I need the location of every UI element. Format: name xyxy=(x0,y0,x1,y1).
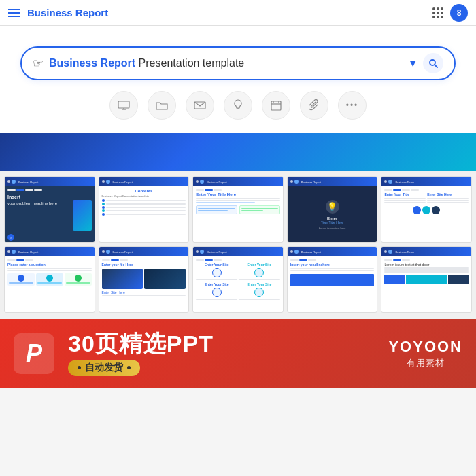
banner-brand: YOYOON xyxy=(388,338,462,356)
email-icon xyxy=(194,101,206,110)
slide-10-nav xyxy=(384,259,469,261)
slide-9-header: Business Report xyxy=(288,247,377,256)
gradient-banner xyxy=(0,133,476,171)
slide-2-item4 xyxy=(102,209,186,212)
slide-4-subtitle: Your Title Here xyxy=(321,220,343,224)
avatar[interactable]: 8 xyxy=(450,4,468,22)
slide-5-nav xyxy=(384,189,469,191)
slide-8-nav xyxy=(196,259,280,261)
slide-6[interactable]: Business Report Please enter a question xyxy=(4,246,95,313)
bottom-banner: P 30页精选PPT 自动发货 YOYOON 有用素材 xyxy=(0,319,476,388)
slide-8-header: Business Report xyxy=(193,247,283,256)
slide-4-text: Lorem ipsum text here xyxy=(319,226,346,230)
svg-rect-7 xyxy=(271,101,281,110)
slide-7-nav xyxy=(102,259,186,261)
slide-2-content: Contents Business Report Presentation te… xyxy=(99,186,189,219)
banner-brand-sub: 有用素材 xyxy=(388,357,462,369)
lightbulb-icon xyxy=(233,99,243,112)
slide-1-nav xyxy=(7,189,92,191)
bullet-left xyxy=(78,366,81,369)
icon-row: ••• xyxy=(20,91,456,120)
paperclip-button[interactable] xyxy=(300,91,328,120)
more-button[interactable]: ••• xyxy=(338,91,367,120)
filter-icon[interactable]: ▼ xyxy=(408,58,418,69)
banner-sub-inner: 自动发货 xyxy=(68,360,140,376)
slide-5[interactable]: Business Report Enter Your Title Enter S… xyxy=(381,176,472,243)
email-button[interactable] xyxy=(186,91,214,120)
svg-point-0 xyxy=(430,60,435,65)
slide-5-avatars xyxy=(384,206,469,214)
slide-1-arrow: › xyxy=(7,234,14,241)
slide-3-boxes xyxy=(196,205,280,214)
slide-9-content: Insert your headlinehere xyxy=(288,256,377,289)
slide-10[interactable]: Business Report Lorem ipsum text at that… xyxy=(381,246,472,313)
ppt-p-letter: P xyxy=(26,339,42,368)
slides-grid-row1: Business Report Insert your problem head… xyxy=(4,176,472,243)
folder-icon xyxy=(156,101,168,110)
slide-3-line1 xyxy=(196,198,280,199)
slide-5-columns: Enter Your Title Enter Site Here xyxy=(384,192,469,204)
slide-8-content: Enter Your Site Enter Your Site Enter Yo… xyxy=(193,256,283,303)
slide-3-line2 xyxy=(196,200,280,201)
slide-9[interactable]: Business Report Insert your headlinehere xyxy=(287,246,378,313)
header-right: 8 xyxy=(432,4,468,22)
slide-4-content: 💡 Enter Your Title Here Lorem ipsum text… xyxy=(288,186,377,243)
slide-2-item1 xyxy=(102,199,186,202)
slide-9-bar xyxy=(290,274,375,286)
banner-sub-label: 自动发货 xyxy=(85,362,123,374)
search-bar[interactable]: ☞ Business Report Presentation template … xyxy=(20,46,456,80)
search-blue-text: Business Report xyxy=(49,57,135,69)
search-button[interactable] xyxy=(423,53,443,73)
monitor-icon xyxy=(118,101,130,110)
slide-1[interactable]: Business Report Insert your problem head… xyxy=(4,176,95,243)
more-dots-icon: ••• xyxy=(346,101,359,110)
svg-line-1 xyxy=(435,65,438,68)
search-icons: ▼ xyxy=(408,53,443,73)
paperclip-icon xyxy=(309,99,319,112)
slide-7-header: Business Report xyxy=(99,247,189,256)
slide-2-header: Business Report xyxy=(99,177,189,186)
slide-3-content: Enter Your Title Here xyxy=(193,186,283,217)
slide-6-nav xyxy=(7,259,92,261)
slide-10-bars xyxy=(384,275,469,284)
slide-1-image xyxy=(73,200,92,231)
slide-5-header: Business Report xyxy=(381,177,471,186)
menu-icon[interactable] xyxy=(8,9,20,17)
banner-sub-text: 自动发货 xyxy=(68,360,375,376)
bullet-right xyxy=(127,366,131,369)
slide-6-cards xyxy=(7,273,92,286)
slide-2-item2 xyxy=(102,203,186,205)
monitor-button[interactable] xyxy=(109,91,138,120)
slide-3-header: Business Report xyxy=(193,177,283,186)
search-section: ☞ Business Report Presentation template … xyxy=(0,26,476,133)
slide-7-line xyxy=(102,295,186,296)
search-svg-icon xyxy=(428,58,438,68)
slide-4-icon: 💡 xyxy=(326,200,339,214)
search-normal-text: Presentation template xyxy=(135,57,244,69)
slide-3[interactable]: Business Report Enter Your Title Here xyxy=(192,176,284,243)
slide-1-content: Insert your problem headline here › xyxy=(5,186,95,243)
slide-8[interactable]: Business Report Enter Your Site Enter Yo… xyxy=(192,246,284,313)
slide-2[interactable]: Business Report Contents Business Report… xyxy=(99,176,190,243)
slide-10-header: Business Report xyxy=(381,247,471,256)
calendar-button[interactable] xyxy=(262,91,290,120)
slide-3-nav xyxy=(196,189,280,191)
lightbulb-button[interactable] xyxy=(224,91,252,120)
slide-7-content: Enter your file Here Enter Site Here xyxy=(99,256,189,300)
slide-5-content: Enter Your Title Enter Site Here xyxy=(381,186,471,217)
calendar-icon xyxy=(271,100,282,111)
slide-7[interactable]: Business Report Enter your file Here Ent… xyxy=(99,246,190,313)
grid-dots-icon[interactable] xyxy=(432,7,443,18)
svg-rect-2 xyxy=(118,101,129,108)
folder-button[interactable] xyxy=(148,91,176,120)
banner-main-text: 30页精选PPT 自动发货 xyxy=(68,331,375,375)
slide-10-content: Lorem ipsum text at that dolor xyxy=(381,256,471,287)
banner-big-text: 30页精选PPT xyxy=(68,331,375,356)
header-left: Business Report xyxy=(8,7,108,18)
slide-7-images xyxy=(102,269,186,289)
slide-2-item5 xyxy=(102,213,186,216)
slide-4[interactable]: Business Report 💡 Enter Your Title Here … xyxy=(287,176,378,243)
app-header: Business Report 8 xyxy=(0,0,476,26)
slide-2-item3 xyxy=(102,206,186,209)
search-text: Business Report Presentation template xyxy=(49,57,408,69)
